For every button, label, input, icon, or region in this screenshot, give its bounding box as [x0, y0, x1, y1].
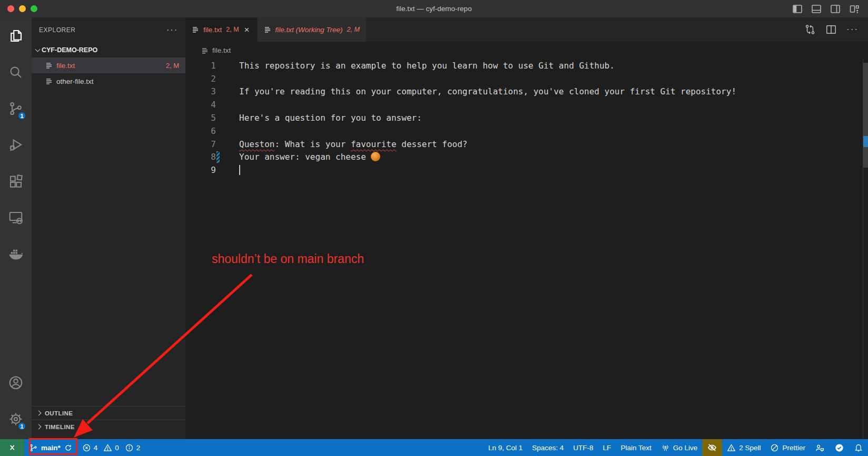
close-tab-icon[interactable]: ×: [243, 25, 251, 34]
docker-icon[interactable]: [0, 236, 32, 272]
breadcrumb[interactable]: file.txt: [185, 42, 868, 59]
file-item-other-file.txt[interactable]: other-file.txt: [32, 73, 185, 89]
tab-label: file.txt (Working Tree): [275, 26, 343, 34]
tab-problems-badge: 2, M: [226, 26, 239, 33]
encoding-indicator[interactable]: UTF-8: [568, 439, 598, 456]
remote-indicator[interactable]: [0, 439, 24, 456]
folder-name: CYF-DEMO-REPO: [42, 46, 97, 54]
line-number: 8: [185, 152, 216, 162]
editor-line-6[interactable]: 6: [185, 124, 868, 138]
eye-off-icon: [707, 442, 717, 453]
broadcast-icon: [661, 443, 670, 452]
gutter: [216, 85, 224, 99]
tab-bar: file.txt 2, M × file.txt (Working Tree) …: [185, 17, 868, 42]
editor-line-8[interactable]: 8Your answer: vegan cheese 🥧: [185, 151, 868, 164]
gutter: [216, 98, 224, 111]
zoom-window-button[interactable]: [31, 5, 37, 12]
split-editor-icon[interactable]: [825, 24, 837, 35]
chevron-right-icon: [36, 424, 42, 430]
customize-layout-icon[interactable]: [849, 4, 860, 14]
file-decoration-badge: 2, M: [166, 62, 179, 70]
accounts-icon[interactable]: [0, 364, 32, 401]
run-and-debug-icon[interactable]: [0, 127, 32, 163]
text-segment: This repository is an example to help yo…: [239, 61, 615, 71]
text-file-icon: [264, 26, 271, 33]
editor-line-9[interactable]: 9: [185, 163, 868, 177]
warning-icon: [103, 443, 112, 452]
language-mode-indicator[interactable]: Plain Text: [616, 439, 656, 456]
line-number: 1: [185, 61, 216, 71]
line-number: 4: [185, 100, 216, 110]
annotation-text: shouldn’t be on main branch: [212, 252, 364, 266]
line-content: Here's a question for you to answer:: [224, 113, 422, 123]
editor-line-3[interactable]: 3If you're reading this on your computer…: [185, 85, 868, 99]
source-control-icon[interactable]: 1: [0, 90, 32, 127]
window-title: file.txt — cyf-demo-repo: [0, 5, 868, 13]
remote-explorer-icon[interactable]: [0, 199, 32, 236]
modified-line-marker: [216, 151, 220, 163]
check-status-icon[interactable]: [830, 439, 849, 456]
line-number: 5: [185, 113, 216, 123]
git-branch-indicator[interactable]: main*: [24, 439, 77, 456]
toggle-secondary-sidebar-icon[interactable]: [830, 4, 841, 14]
editor-more-actions-icon[interactable]: ···: [846, 24, 859, 35]
line-number: 3: [185, 86, 216, 96]
notifications-bell-icon[interactable]: [849, 439, 868, 456]
traffic-lights: [0, 5, 37, 12]
cursor-position-indicator[interactable]: Ln 9, Col 1: [484, 439, 527, 456]
explorer-more-actions-icon[interactable]: ···: [166, 25, 178, 35]
editor-scrollbar: [863, 59, 868, 439]
sidebar-title: EXPLORER: [39, 26, 75, 34]
text-segment: : What is your: [274, 139, 351, 149]
explorer-sidebar: EXPLORER ··· CYF-DEMO-REPO file.txt2, Mo…: [32, 17, 185, 439]
problems-indicator[interactable]: 4 0 2: [77, 439, 149, 456]
extensions-icon[interactable]: [0, 163, 32, 199]
gutter: [216, 163, 224, 177]
settings-gear-icon[interactable]: 1: [0, 401, 32, 437]
editor-line-2[interactable]: 2: [185, 72, 868, 85]
close-window-button[interactable]: [7, 5, 14, 12]
settings-badge: 1: [17, 422, 26, 431]
prettier-button[interactable]: Prettier: [765, 439, 810, 456]
panel-header-timeline[interactable]: TIMELINE: [32, 420, 185, 433]
line-content: Queston: What is your favourite dessert …: [224, 139, 468, 149]
feedback-icon[interactable]: [810, 439, 830, 456]
slash-circle-icon: [770, 443, 779, 452]
minimize-window-button[interactable]: [19, 5, 26, 12]
go-live-button[interactable]: Go Live: [656, 439, 703, 456]
warning-icon: [727, 443, 736, 452]
editor-line-4[interactable]: 4: [185, 98, 868, 111]
open-changes-icon[interactable]: [804, 24, 816, 35]
pie-emoji: 🥧: [371, 152, 380, 161]
toggle-primary-sidebar-icon[interactable]: [792, 4, 803, 14]
tab-file-txt-working-tree[interactable]: file.txt (Working Tree) 2, M: [257, 17, 366, 42]
spell-problems-button[interactable]: 2 Spell: [722, 439, 765, 456]
search-icon[interactable]: [0, 54, 32, 90]
gutter: [216, 138, 224, 151]
overview-ruler-modified-marker: [863, 136, 868, 147]
panel-header-outline[interactable]: OUTLINE: [32, 406, 185, 420]
status-bar: main* 4 0 2 Ln 9, Col 1 Spaces: 4 UTF-8 …: [0, 439, 868, 456]
source-control-badge: 1: [17, 111, 26, 120]
toggle-panel-icon[interactable]: [811, 4, 822, 14]
editor-line-1[interactable]: 1This repository is an example to help y…: [185, 59, 868, 72]
sidebar-panels: OUTLINETIMELINE: [32, 406, 185, 433]
file-item-file.txt[interactable]: file.txt2, M: [32, 57, 185, 73]
tab-file-txt[interactable]: file.txt 2, M ×: [185, 17, 257, 42]
editor-line-7[interactable]: 7Queston: What is your favourite dessert…: [185, 138, 868, 151]
code-editor: 1This repository is an example to help y…: [185, 59, 868, 177]
editor-line-5[interactable]: 5Here's a question for you to answer:: [185, 111, 868, 124]
folder-root[interactable]: CYF-DEMO-REPO: [32, 43, 185, 57]
error-icon: [82, 443, 91, 452]
text-file-icon: [192, 26, 199, 33]
explorer-icon[interactable]: [0, 17, 32, 54]
indentation-indicator[interactable]: Spaces: 4: [527, 439, 568, 456]
vscode-window: file.txt — cyf-demo-repo 1: [0, 0, 868, 456]
spell-checker-eye-off-button[interactable]: [702, 439, 722, 456]
text-cursor: [239, 165, 240, 175]
eol-indicator[interactable]: LF: [598, 439, 616, 456]
gutter: [216, 59, 224, 72]
gutter: [216, 124, 224, 138]
scrollbar-thumb[interactable]: [863, 63, 868, 168]
editor-area: file.txt 2, M × file.txt (Working Tree) …: [185, 17, 868, 439]
